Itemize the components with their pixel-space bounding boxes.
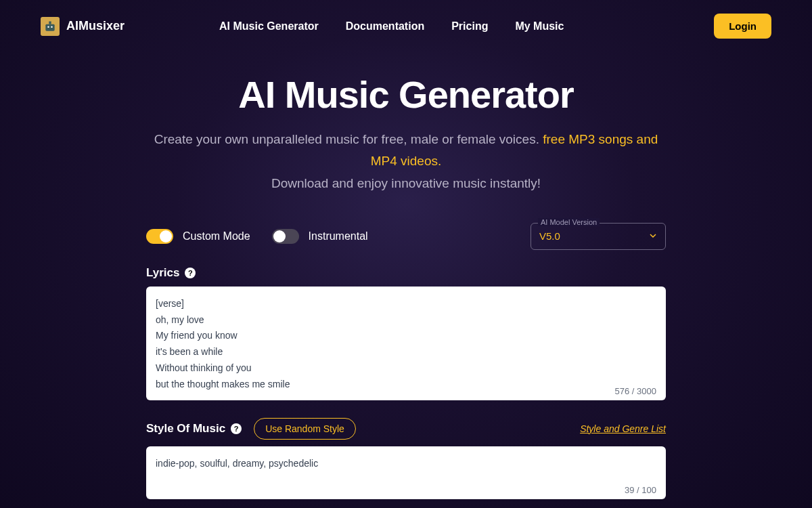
lyrics-char-count: 576 / 3000 bbox=[615, 386, 656, 396]
hero-subtitle-2: Download and enjoy innovative music inst… bbox=[146, 173, 666, 194]
instrumental-label: Instrumental bbox=[309, 230, 368, 242]
help-icon[interactable]: ? bbox=[185, 268, 196, 278]
svg-point-2 bbox=[51, 26, 53, 28]
svg-point-1 bbox=[47, 26, 49, 28]
style-textarea[interactable] bbox=[146, 446, 666, 499]
nav-item-my-music[interactable]: My Music bbox=[515, 20, 564, 33]
custom-mode-label: Custom Mode bbox=[183, 230, 250, 242]
nav-item-documentation[interactable]: Documentation bbox=[346, 20, 424, 33]
lyrics-label: Lyrics bbox=[146, 266, 179, 280]
main-nav: AI Music Generator Documentation Pricing… bbox=[219, 20, 564, 33]
header: AIMusixer AI Music Generator Documentati… bbox=[0, 0, 812, 52]
lyrics-textarea[interactable] bbox=[146, 287, 666, 400]
logo[interactable]: AIMusixer bbox=[41, 17, 125, 36]
model-select-label: AI Model Version bbox=[538, 218, 600, 226]
help-icon[interactable]: ? bbox=[231, 423, 242, 434]
svg-rect-3 bbox=[49, 21, 51, 24]
style-label-row: Style Of Music ? Use Random Style Style … bbox=[146, 418, 666, 440]
genre-list-link[interactable]: Style and Genre List bbox=[580, 423, 666, 434]
hero-subtitle: Create your own unparalleled music for f… bbox=[146, 129, 666, 173]
nav-item-generator[interactable]: AI Music Generator bbox=[219, 20, 319, 33]
brand-name: AIMusixer bbox=[66, 19, 125, 33]
style-textarea-wrap: 39 / 100 bbox=[146, 446, 666, 502]
random-style-button[interactable]: Use Random Style bbox=[254, 418, 356, 440]
nav-item-pricing[interactable]: Pricing bbox=[451, 20, 488, 33]
chevron-down-icon bbox=[649, 230, 657, 242]
model-select-value: V5.0 bbox=[539, 230, 560, 242]
controls-row: Custom Mode Instrumental AI Model Versio… bbox=[146, 223, 666, 250]
page-title: AI Music Generator bbox=[146, 72, 666, 117]
model-version-select[interactable]: AI Model Version V5.0 bbox=[531, 223, 666, 250]
login-button[interactable]: Login bbox=[714, 14, 771, 39]
subtitle-text: Create your own unparalleled music for f… bbox=[154, 132, 543, 146]
custom-mode-toggle[interactable] bbox=[146, 229, 173, 244]
main-content: AI Music Generator Create your own unpar… bbox=[0, 52, 812, 508]
lyrics-label-row: Lyrics ? bbox=[146, 266, 666, 280]
logo-icon bbox=[41, 17, 60, 36]
lyrics-textarea-wrap: 576 / 3000 bbox=[146, 287, 666, 403]
style-label: Style Of Music bbox=[146, 422, 225, 436]
instrumental-toggle[interactable] bbox=[272, 229, 299, 244]
style-char-count: 39 / 100 bbox=[625, 485, 656, 495]
svg-rect-0 bbox=[45, 24, 54, 30]
